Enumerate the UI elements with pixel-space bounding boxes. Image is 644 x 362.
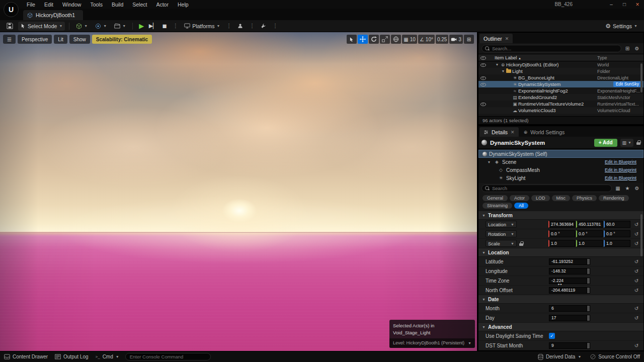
menu-window[interactable]: Window [58, 1, 86, 9]
maximize-button[interactable]: □ [618, 0, 631, 9]
outliner-column-header[interactable]: Item Label ▲ Type [478, 54, 643, 61]
play-options-kebab-icon[interactable]: ⋮ [172, 23, 179, 29]
component-row-self[interactable]: DynamicSkySystem (Self) [478, 150, 643, 158]
scale-z-field[interactable]: 1.0 [604, 240, 630, 247]
tools-button[interactable] [258, 22, 269, 31]
expander-icon[interactable]: ▼ [487, 160, 492, 164]
day-field[interactable]: 17 [549, 315, 590, 321]
details-gear-icon[interactable]: ⚙ [633, 186, 640, 191]
level-indicator[interactable]: Level: HickoryDjBooth1 (Persistent) ▼ [389, 338, 475, 348]
dst-start-month-field[interactable]: 9 [549, 342, 590, 349]
outliner-gear-icon[interactable]: ⚙ [633, 46, 640, 51]
outliner-row-world[interactable]: ▼ ⊕ HickoryDjBooth1 (Editor) World [478, 61, 643, 68]
component-row-skylight[interactable]: ☀ SkyLight Edit in Blueprint [478, 174, 643, 182]
rotate-tool-button[interactable] [369, 35, 379, 44]
edit-in-blueprint-link[interactable]: Edit in Blueprint [605, 167, 636, 172]
scale-y-field[interactable]: 1.0 [576, 240, 603, 247]
reset-latitude-button[interactable]: ↺ [632, 259, 640, 264]
blueprints-button[interactable]: ▼ [93, 22, 109, 31]
grid-view-icon[interactable]: ▦ [614, 186, 621, 191]
north-offset-field[interactable]: -204.480119 [549, 287, 590, 294]
scale-x-field[interactable]: 1.0 [548, 240, 575, 247]
location-x-field[interactable]: 274.363694 [548, 221, 575, 228]
outliner-row-heightfog[interactable]: ≈ ExponentialHeightFog2 ExponentialHeigh… [478, 87, 643, 94]
filter-misc[interactable]: Misc [552, 195, 571, 201]
rotation-x-field[interactable]: 0.0 ° [548, 230, 575, 237]
outliner-scrollbar[interactable] [640, 63, 642, 93]
menu-edit[interactable]: Edit [40, 1, 58, 9]
section-advanced[interactable]: ▼ Advanced [478, 323, 643, 331]
outliner-row-rvt-volume[interactable]: ▣ RuntimeVirtualTextureVolume2 RuntimeVi… [478, 101, 643, 107]
perspective-dropdown[interactable]: Perspective [18, 35, 52, 44]
rotation-space-dropdown[interactable]: Rotation▼ [486, 230, 517, 237]
details-search-input[interactable] [492, 186, 608, 191]
camera-speed-button[interactable]: 3 [449, 35, 463, 44]
scale-space-dropdown[interactable]: Scale▼ [486, 240, 517, 247]
outliner-settings-icon[interactable]: ⊞ [624, 46, 631, 51]
level-viewport[interactable]: ☰ Perspective Lit Show Scalability: Cine… [0, 32, 477, 351]
move-tool-button[interactable] [358, 35, 368, 44]
rotation-z-field[interactable]: 0.0 ° [604, 230, 630, 237]
close-tab-icon[interactable]: ✕ [511, 130, 515, 135]
menu-file[interactable]: File [22, 1, 40, 9]
outliner-row-dynamicskysystem[interactable]: ☀ DynamicSkySystem Edit SunSky [478, 81, 643, 87]
expander-icon[interactable]: ▼ [495, 63, 500, 66]
filter-general[interactable]: General [482, 195, 508, 201]
source-control-button[interactable]: Source Control Off [589, 354, 641, 359]
multi-user-button[interactable] [235, 22, 246, 31]
favorites-star-icon[interactable]: ★ [624, 186, 631, 191]
reset-longitude-button[interactable]: ↺ [632, 268, 640, 274]
console-command-input[interactable] [125, 353, 211, 360]
outliner-row-bg-bouncelight[interactable]: ☀ BG_BounceLight DirectionalLight [478, 74, 643, 81]
play-button[interactable]: ▶ [137, 22, 146, 31]
show-dropdown[interactable]: Show [69, 35, 90, 44]
scale-tool-button[interactable] [380, 35, 390, 44]
section-date[interactable]: ▼ Date [478, 295, 643, 304]
month-field[interactable]: 6 [549, 305, 590, 312]
location-z-field[interactable]: 60.0 [604, 221, 630, 228]
filter-lod[interactable]: LOD [531, 195, 550, 201]
edit-in-blueprint-link[interactable]: Edit in Blueprint [605, 175, 636, 180]
settings-dropdown[interactable]: ⚙ Settings▼ [603, 22, 640, 31]
sessions-kebab-icon[interactable]: ⋮ [248, 23, 256, 29]
outliner-row-volumetriccloud[interactable]: ☁ VolumetricCloud3 VolumetricCloud [478, 107, 643, 114]
details-scrollbar[interactable] [640, 214, 642, 256]
tab-world-settings[interactable]: ⊕ World Settings [520, 127, 569, 137]
longitude-field[interactable]: -148.32 [549, 268, 590, 275]
scalability-warning-button[interactable]: Scalability: Cinematic [92, 35, 152, 44]
grid-snap-button[interactable]: ▦ 10 [402, 35, 417, 44]
maximize-viewport-button[interactable]: ⊞ [464, 35, 474, 44]
eye-icon[interactable] [480, 102, 486, 107]
tab-details[interactable]: Details ✕ [479, 127, 519, 137]
menu-actor[interactable]: Actor [151, 1, 173, 9]
expander-icon[interactable]: ▼ [501, 69, 506, 73]
outliner-search-box[interactable] [481, 45, 621, 52]
eye-icon[interactable] [480, 62, 486, 67]
section-location[interactable]: ▼ Location [478, 248, 643, 257]
platforms-dropdown[interactable]: Platforms▼ [182, 22, 222, 31]
eye-icon[interactable] [480, 82, 486, 87]
details-search-box[interactable] [481, 185, 612, 192]
close-tab-icon[interactable]: ✕ [505, 36, 509, 41]
minimize-button[interactable]: – [605, 0, 618, 9]
section-transform[interactable]: ▼ Transform [478, 211, 643, 220]
lock-icon[interactable] [636, 140, 640, 145]
level-tab[interactable]: HickoryDjBooth1 [23, 10, 83, 20]
menu-build[interactable]: Build [107, 1, 128, 9]
outliner-row-extendedground[interactable]: ▤ ExtendedGround2 StaticMeshActor [478, 94, 643, 101]
view-mode-dropdown[interactable]: Lit [54, 35, 67, 44]
eye-icon[interactable] [480, 75, 486, 80]
rotation-y-field[interactable]: 0.0 ° [576, 230, 603, 237]
content-drawer-button[interactable]: Content Drawer [3, 351, 49, 362]
reset-timezone-button[interactable]: ↺ [632, 278, 640, 284]
menu-tools[interactable]: Tools [86, 1, 107, 9]
stop-button[interactable]: ◼ [160, 22, 169, 31]
component-row-compassmesh[interactable]: ◇ CompassMesh Edit in Blueprint [478, 166, 643, 174]
view-options-chip[interactable]: ▥▼ [620, 139, 633, 147]
cmd-dropdown[interactable]: >_ Cmd▼ [95, 351, 120, 362]
tools-kebab-icon[interactable]: ⋮ [271, 23, 279, 29]
outliner-search-input[interactable] [492, 46, 618, 51]
location-space-dropdown[interactable]: Location▼ [486, 221, 517, 228]
platforms-kebab-icon[interactable]: ⋮ [225, 23, 232, 29]
skip-frame-button[interactable]: ▶▏ [148, 22, 157, 31]
